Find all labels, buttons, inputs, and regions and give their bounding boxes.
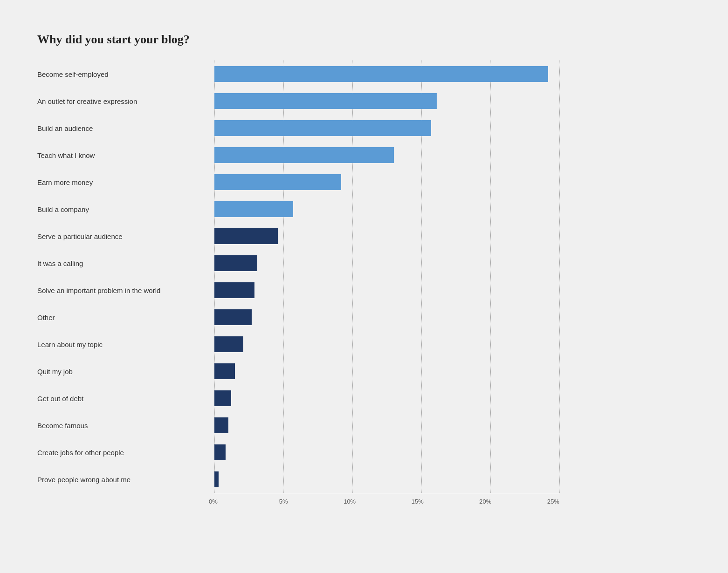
bar-11 [214,363,235,379]
x-label-5: 25% [491,498,559,505]
y-label-10: Learn about my topic [37,331,214,358]
x-label-4: 20% [424,498,492,505]
bar-row-3 [214,142,559,169]
bar-7 [214,255,257,271]
bars-section [214,61,559,493]
bar-row-10 [214,331,559,358]
bar-12 [214,390,231,406]
y-label-12: Get out of debt [37,385,214,412]
bar-row-2 [214,115,559,142]
x-labels: 0%5%10%15%20%25% [37,498,559,505]
y-label-3: Teach what I know [37,142,214,169]
y-label-0: Become self-employed [37,61,214,88]
bar-row-7 [214,250,559,277]
bars-wrapper [214,61,559,493]
bar-1 [214,93,437,109]
y-label-2: Build an audience [37,115,214,142]
bar-row-6 [214,223,559,250]
bar-10 [214,336,243,352]
bar-row-15 [214,466,559,493]
bar-row-0 [214,61,559,88]
y-label-6: Serve a particular audience [37,223,214,250]
bar-14 [214,444,226,460]
y-label-13: Become famous [37,412,214,439]
bar-row-13 [214,412,559,439]
chart-title: Why did you start your blog? [37,33,559,47]
bar-6 [214,228,278,244]
grid-line [559,61,560,493]
bar-row-12 [214,385,559,412]
bar-2 [214,120,431,136]
bar-row-1 [214,88,559,115]
y-label-5: Build a company [37,196,214,223]
x-label-0: 0% [209,498,220,505]
bar-row-11 [214,358,559,385]
y-label-14: Create jobs for other people [37,439,214,466]
y-labels: Become self-employedAn outlet for creati… [37,61,214,493]
plot-area: Become self-employedAn outlet for creati… [37,61,559,493]
bar-0 [214,66,548,82]
bar-row-5 [214,196,559,223]
y-label-9: Other [37,304,214,331]
bar-8 [214,282,254,298]
bar-5 [214,201,293,217]
chart-container: Why did you start your blog? Become self… [19,19,578,524]
bar-3 [214,147,394,163]
y-label-1: An outlet for creative expression [37,88,214,115]
bar-13 [214,417,228,433]
x-label-3: 15% [356,498,424,505]
chart-area: Become self-employedAn outlet for creati… [37,61,559,505]
x-label-2: 10% [288,498,356,505]
y-label-4: Earn more money [37,169,214,196]
bar-row-8 [214,277,559,304]
bar-row-9 [214,304,559,331]
x-axis-line [214,494,559,494]
x-label-1: 5% [220,498,288,505]
y-label-7: It was a calling [37,250,214,277]
bar-4 [214,174,341,190]
y-label-15: Prove people wrong about me [37,466,214,493]
y-label-8: Solve an important problem in the world [37,277,214,304]
bar-row-4 [214,169,559,196]
bar-row-14 [214,439,559,466]
y-label-11: Quit my job [37,358,214,385]
bar-9 [214,309,252,325]
bar-15 [214,471,219,487]
